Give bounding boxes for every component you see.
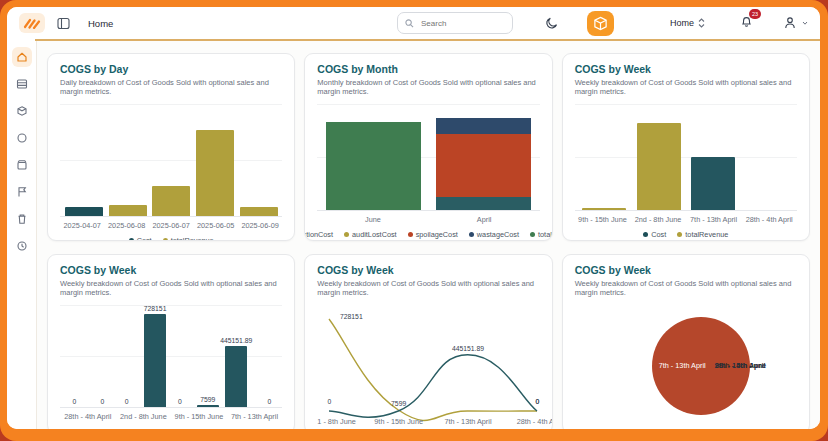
dark-mode-toggle[interactable] bbox=[543, 14, 561, 32]
x-axis-label: 7th - 13th April bbox=[686, 215, 742, 224]
moon-icon bbox=[545, 16, 559, 30]
chart-legend: productionCostauditLostCostspoilageCostw… bbox=[317, 230, 539, 239]
bar-group: 0728151 bbox=[115, 305, 168, 407]
sidebar-item-trash[interactable] bbox=[12, 209, 32, 229]
brand-logo[interactable] bbox=[19, 13, 45, 33]
chart-area: 9th - 15th June2nd - 8th June7th - 13th … bbox=[575, 104, 797, 239]
bar-segment-totalRevenue[interactable] bbox=[326, 122, 421, 210]
bar-totalRevenue[interactable] bbox=[109, 205, 147, 216]
bar-slot: 0 bbox=[169, 305, 191, 407]
x-axis-labels: 2025-04-072025-06-082025-06-072025-06-05… bbox=[60, 221, 282, 230]
pie-label: 9th - 15th June bbox=[715, 361, 767, 370]
bar-totalRevenue[interactable] bbox=[240, 207, 278, 216]
search-box[interactable] bbox=[397, 12, 513, 34]
chevron-updown-icon bbox=[698, 18, 705, 28]
bar-series[interactable] bbox=[144, 314, 166, 407]
bar-Cost[interactable] bbox=[225, 346, 247, 407]
bar-slot: 728151 bbox=[144, 305, 167, 407]
chart-card: COGS by Week Weekly breakdown of Cost of… bbox=[304, 254, 552, 429]
sidebar-item-home[interactable] bbox=[12, 47, 32, 67]
bar-totalRevenue[interactable] bbox=[152, 186, 190, 216]
panel-toggle-icon bbox=[57, 17, 70, 30]
sidebar bbox=[7, 41, 37, 429]
legend-label: Cost bbox=[137, 236, 152, 241]
x-axis-label: 2nd - 8th June bbox=[630, 215, 686, 224]
card-title: COGS by Week bbox=[317, 264, 539, 276]
chart-area: JuneAprilproductionCostauditLostCostspoi… bbox=[317, 104, 539, 239]
x-axis-label: 2nd - 8th June bbox=[116, 412, 172, 421]
legend-item: productionCost bbox=[304, 230, 333, 239]
bar-slot: 7599 bbox=[197, 305, 219, 407]
line-series-totalRevenue[interactable] bbox=[329, 319, 537, 420]
app-launcher-button[interactable] bbox=[587, 11, 614, 36]
bar-value-label: 0 bbox=[178, 398, 182, 405]
legend-label: Cost bbox=[651, 230, 666, 239]
sidebar-toggle-button[interactable] bbox=[55, 15, 72, 32]
x-axis-label: 2025-06-05 bbox=[193, 221, 237, 230]
bar-slot: 0 bbox=[116, 305, 138, 407]
card-title: COGS by Week bbox=[60, 264, 282, 276]
card-subtitle: Monthly breakdown of Cost of Goods Sold … bbox=[317, 78, 539, 96]
x-axis-label: 9th - 15th June bbox=[575, 215, 631, 224]
bar-series[interactable] bbox=[197, 405, 219, 407]
sidebar-item-package[interactable] bbox=[12, 101, 32, 121]
user-menu[interactable] bbox=[782, 15, 808, 31]
sidebar-item-status-circle[interactable] bbox=[12, 128, 32, 148]
bar-group bbox=[237, 104, 281, 216]
chart-area: 2025-04-072025-06-082025-06-072025-06-05… bbox=[60, 104, 282, 241]
sidebar-item-box[interactable] bbox=[12, 155, 32, 175]
legend-label: totalRevenue bbox=[538, 230, 553, 239]
status-circle-icon bbox=[16, 132, 28, 144]
bars-layer: 00072815107599445151.890 bbox=[60, 305, 282, 407]
point-label: 728151 bbox=[340, 313, 363, 320]
chevron-down-icon bbox=[802, 20, 808, 26]
x-axis-labels: 9th - 15th June2nd - 8th June7th - 13th … bbox=[575, 215, 797, 224]
page-select[interactable]: Home bbox=[664, 17, 711, 29]
sidebar-item-clock[interactable] bbox=[12, 236, 32, 256]
bar-Cost[interactable] bbox=[691, 157, 735, 210]
bar-totalRevenue[interactable] bbox=[637, 123, 681, 210]
chart-legend: CosttotalRevenue bbox=[60, 236, 282, 241]
card-title: COGS by Month bbox=[317, 63, 539, 75]
bar-segment-wastageCost[interactable] bbox=[436, 118, 531, 134]
point-label: 0 bbox=[327, 398, 331, 405]
bar-slot: 445151.89 bbox=[220, 305, 252, 407]
notifications-button[interactable]: 23 bbox=[739, 14, 754, 33]
x-axis-label: 28th - 4th April bbox=[60, 412, 116, 421]
bar-segment-spoilageCost[interactable] bbox=[436, 134, 531, 197]
x-axis-label: 2025-06-09 bbox=[238, 221, 282, 230]
stacked-bar[interactable] bbox=[326, 122, 421, 210]
bar-plot: 00072815107599445151.890 bbox=[60, 305, 282, 408]
x-axis-label: 2025-04-07 bbox=[60, 221, 104, 230]
bar-segment-productionCost[interactable] bbox=[436, 197, 531, 210]
x-axis-label: 28th - 4th Ap bbox=[517, 417, 553, 426]
legend-swatch bbox=[344, 232, 349, 237]
bar-group bbox=[631, 104, 686, 210]
x-axis-label: 1 - 8th June bbox=[317, 417, 356, 426]
sidebar-item-inventory[interactable] bbox=[12, 74, 32, 94]
bars-layer bbox=[60, 104, 282, 216]
chart-area: 7th - 13th April28th - 4th April9th - 15… bbox=[575, 305, 797, 429]
card-subtitle: Weekly breakdown of Cost of Goods Sold w… bbox=[575, 78, 797, 96]
legend-label: wastageCost bbox=[477, 230, 519, 239]
clock-icon bbox=[16, 240, 28, 252]
bar-Cost[interactable] bbox=[65, 207, 103, 216]
x-axis-label: 9th - 15th June bbox=[171, 412, 227, 421]
x-axis-label: June bbox=[317, 215, 428, 224]
bar-slot: 0 bbox=[91, 305, 113, 407]
legend-item: spoilageCost bbox=[408, 230, 458, 239]
legend-swatch bbox=[184, 429, 190, 430]
stacked-bar[interactable] bbox=[436, 118, 531, 210]
line-plot bbox=[317, 305, 549, 429]
sidebar-item-flag[interactable] bbox=[12, 182, 32, 202]
trash-icon bbox=[16, 213, 28, 225]
bar-totalRevenue[interactable] bbox=[582, 208, 626, 210]
card-title: COGS by Week bbox=[575, 264, 797, 276]
x-axis-label: 2025-06-08 bbox=[104, 221, 148, 230]
package-icon bbox=[16, 105, 28, 117]
line-series-Cost[interactable] bbox=[329, 355, 537, 417]
x-axis-label: 7th - 13th April bbox=[444, 417, 491, 426]
search-input[interactable] bbox=[419, 18, 493, 29]
bar-totalRevenue[interactable] bbox=[196, 130, 234, 216]
bar-value-label: 0 bbox=[125, 398, 129, 405]
